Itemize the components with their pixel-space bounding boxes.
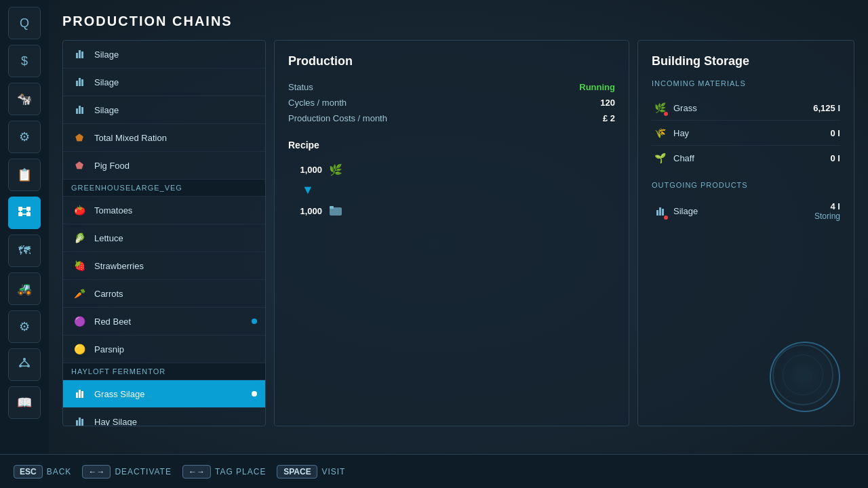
section-header-greenhouse: GREENHOUSELARGE_VEG bbox=[63, 180, 265, 197]
book-icon: 📖 bbox=[17, 395, 32, 410]
list-item-lettuce[interactable]: 🥬 Lettuce bbox=[63, 224, 265, 252]
svg-line-12 bbox=[24, 361, 28, 365]
sidebar-btn-book[interactable]: 📖 bbox=[8, 386, 41, 419]
storage-row-grass: 🌿 Grass 6,125 l bbox=[652, 96, 840, 121]
item-label-silage-1: Silage bbox=[94, 49, 257, 60]
sidebar-btn-cow[interactable]: 🐄 bbox=[8, 83, 41, 115]
chaff-amount: 0 l bbox=[831, 153, 840, 163]
pig-icon: ⬟ bbox=[71, 157, 87, 174]
carrot-icon: 🥕 bbox=[71, 285, 87, 302]
costs-value: £ 2 bbox=[603, 113, 615, 123]
recipe-output-amount: 1,000 bbox=[288, 206, 322, 216]
mixed-icon: ⬟ bbox=[71, 129, 87, 146]
storage-row-hay: 🌾 Hay 0 l bbox=[652, 121, 840, 146]
sidebar-btn-settings[interactable]: ⚙ bbox=[8, 310, 41, 343]
list-item-grass-silage[interactable]: Grass Silage bbox=[63, 380, 265, 408]
incoming-section: INCOMING MATERIALS 🌿 Grass 6,125 l 🌾 Hay… bbox=[652, 79, 840, 170]
silage-icon bbox=[71, 46, 87, 62]
production-title: Production bbox=[288, 54, 615, 68]
recipe-area: 1,000 🌿 ▼ 1,000 bbox=[288, 161, 615, 219]
list-item-silage-2[interactable]: Silage bbox=[63, 68, 265, 96]
sidebar-btn-gear[interactable]: ⚙ bbox=[8, 121, 41, 153]
item-label-total-mixed: Total Mixed Ration bbox=[94, 133, 257, 143]
hay-silage-icon bbox=[71, 413, 87, 426]
list-item-strawberries[interactable]: 🍓 Strawberries bbox=[63, 252, 265, 280]
cycles-value: 120 bbox=[600, 98, 615, 108]
recipe-output: 1,000 bbox=[288, 203, 344, 219]
list-item-silage-3[interactable]: Silage bbox=[63, 96, 265, 124]
list-item-tomatoes[interactable]: 🍅 Tomatoes bbox=[63, 197, 265, 224]
stats-row-cycles: Cycles / month 120 bbox=[288, 95, 615, 110]
status-label: Status bbox=[288, 82, 313, 92]
storage-row-chaff: 🌱 Chaff 0 l bbox=[652, 146, 840, 170]
item-label-pig-food: Pig Food bbox=[94, 161, 257, 171]
silage-out-label: Silage bbox=[673, 206, 809, 216]
sidebar-btn-dollar[interactable]: $ bbox=[8, 45, 41, 77]
item-label-tomatoes: Tomatoes bbox=[94, 205, 257, 216]
svg-rect-1 bbox=[18, 212, 22, 216]
silage-out-amount: 4 l bbox=[831, 201, 840, 211]
page-title: PRODUCTION CHAINS bbox=[62, 14, 854, 29]
stats-row-costs: Production Costs / month £ 2 bbox=[288, 110, 615, 126]
gear-icon: ⚙ bbox=[19, 129, 30, 144]
list-item-pig-food[interactable]: ⬟ Pig Food bbox=[63, 152, 265, 180]
tractor-icon: 🚜 bbox=[17, 281, 32, 296]
bottom-key-deactivate[interactable]: ←→ DEACTIVATE bbox=[82, 465, 172, 479]
sidebar-btn-network[interactable] bbox=[8, 348, 41, 381]
incoming-header: INCOMING MATERIALS bbox=[652, 79, 840, 90]
bottom-key-space[interactable]: SPACE VISIT bbox=[277, 465, 345, 479]
list-item-red-beet[interactable]: 🟣 Red Beet bbox=[63, 308, 265, 336]
main-content: PRODUCTION CHAINS Silage bbox=[49, 0, 868, 488]
sidebar-btn-tractor[interactable]: 🚜 bbox=[8, 272, 41, 305]
note-icon: 📋 bbox=[17, 167, 32, 182]
dollar-icon: $ bbox=[21, 54, 28, 68]
recipe-arrow: ▼ bbox=[302, 183, 314, 197]
section-header-hayloft: HAYLOFT FERMENTOR bbox=[63, 363, 265, 380]
parsnip-icon: 🟡 bbox=[71, 341, 87, 357]
status-value: Running bbox=[579, 82, 615, 92]
svg-rect-2 bbox=[26, 207, 31, 211]
hay-amount: 0 l bbox=[831, 128, 840, 138]
list-item-silage-1[interactable]: Silage bbox=[63, 41, 265, 68]
tomato-icon: 🍅 bbox=[71, 202, 87, 218]
settings-icon: ⚙ bbox=[19, 319, 30, 334]
red-beet-dot bbox=[252, 319, 257, 324]
cow-icon: 🐄 bbox=[17, 92, 32, 106]
grass-silage-icon bbox=[71, 386, 87, 402]
tag-badge: ←→ bbox=[182, 465, 211, 479]
sidebar-btn-map[interactable]: 🗺 bbox=[8, 235, 41, 267]
list-scroll[interactable]: Silage Silage bbox=[63, 41, 265, 426]
bottom-key-tag[interactable]: ←→ TAG PLACE bbox=[182, 465, 266, 479]
grass-indicator-dot bbox=[664, 112, 668, 116]
item-label-parsnip: Parsnip bbox=[94, 344, 257, 354]
recipe-title: Recipe bbox=[288, 140, 615, 150]
bottom-key-esc[interactable]: ESC BACK bbox=[14, 465, 71, 479]
map-icon: 🗺 bbox=[18, 244, 31, 258]
chain-icon bbox=[17, 204, 32, 222]
content-area: Silage Silage bbox=[62, 40, 854, 426]
silage-out-status: Storing bbox=[814, 211, 840, 221]
list-item-hay-silage[interactable]: Hay Silage bbox=[63, 408, 265, 426]
lettuce-icon: 🥬 bbox=[71, 230, 87, 246]
recipe-input-amount: 1,000 bbox=[288, 165, 322, 175]
esc-badge: ESC bbox=[14, 465, 43, 479]
beet-icon: 🟣 bbox=[71, 313, 87, 329]
list-item-carrots[interactable]: 🥕 Carrots bbox=[63, 280, 265, 308]
hay-label: Hay bbox=[673, 128, 825, 138]
item-label-hay-silage: Hay Silage bbox=[94, 417, 257, 426]
space-badge: SPACE bbox=[277, 465, 317, 479]
recipe-output-icon bbox=[328, 203, 344, 219]
item-label-silage-3: Silage bbox=[94, 105, 257, 115]
svg-rect-15 bbox=[330, 206, 334, 209]
q-icon: Q bbox=[20, 16, 29, 30]
list-item-total-mixed[interactable]: ⬟ Total Mixed Ration bbox=[63, 124, 265, 152]
stats-table: Status Running Cycles / month 120 Produc… bbox=[288, 79, 615, 126]
hay-storage-icon: 🌾 bbox=[652, 125, 668, 141]
grass-storage-icon: 🌿 bbox=[652, 100, 668, 116]
sidebar-btn-note[interactable]: 📋 bbox=[8, 159, 41, 191]
recipe-input-icon: 🌿 bbox=[328, 161, 344, 178]
sidebar-btn-q[interactable]: Q bbox=[8, 7, 41, 39]
list-item-parsnip[interactable]: 🟡 Parsnip bbox=[63, 336, 265, 363]
sidebar-btn-chain[interactable] bbox=[8, 197, 41, 229]
item-label-lettuce: Lettuce bbox=[94, 233, 257, 243]
